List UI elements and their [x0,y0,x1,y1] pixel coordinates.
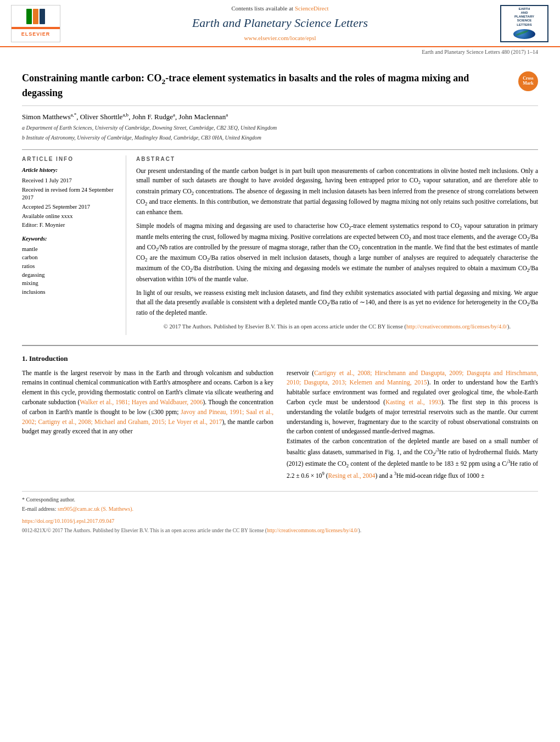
abstract-para-1: Our present understanding of the mantle … [136,166,538,217]
article-info-abstract: ARTICLE INFO Article history: Received 1… [22,149,538,335]
abstract-heading: ABSTRACT [136,155,538,163]
intro-right-col: reservoir (Cartigny et al., 2008; Hirsch… [287,369,538,481]
abstract-col: ABSTRACT Our present understanding of th… [126,155,538,335]
corresponding-author-note: * Corresponding author. [22,496,538,504]
footer-cc-link[interactable]: http://creativecommons.org/licenses/by/4… [267,528,359,533]
body-divider [22,345,538,346]
ref-cartigny[interactable]: Cartigny et al., 2008; Hirschmann and Da… [287,370,538,386]
intro-left-col: The mantle is the largest reservoir by m… [22,369,273,481]
keyword-carbon: carbon [22,254,116,262]
copyright-line: 0012-821X/© 2017 The Authors. Published … [22,527,538,534]
introduction-body: The mantle is the largest reservoir by m… [22,369,538,481]
earth-logo-box: EARTHANDPLANETARYSCIENCELETTERS [500,5,548,42]
received-date: Received 1 July 2017 [22,177,116,185]
volume-info: Earth and Planetary Science Letters 480 … [0,47,560,57]
authors: Simon Matthewsa,*, Oliver Shorttlea,b, J… [22,111,538,122]
article-info-heading: ARTICLE INFO [22,155,116,163]
intro-right-para-1: reservoir (Cartigny et al., 2008; Hirsch… [287,369,538,437]
keywords-label: Keywords: [22,235,116,243]
available-online: Available online xxxx [22,213,116,221]
elsevier-box: ELSEVIER [11,5,60,42]
keyword-inclusions: inclusions [22,288,116,297]
earth-globe-icon [513,29,535,39]
journal-url[interactable]: www.elsevier.com/locate/epsl [71,34,489,42]
editor: Editor: F. Moynier [22,221,116,230]
ref-kasting[interactable]: Kasting et al., 1993 [385,399,441,405]
intro-left-para: The mantle is the largest reservoir by m… [22,369,273,437]
accepted-date: Accepted 25 September 2017 [22,203,116,211]
abstract-para-2: Simple models of magma mixing and degass… [136,221,538,283]
keyword-mantle: mantle [22,246,116,254]
ref-resing[interactable]: Resing et al., 2004 [328,472,376,479]
journal-header-center: Contents lists available at ScienceDirec… [60,4,500,43]
affiliation-a: a Department of Earth Sciences, Universi… [22,124,538,132]
received-revised-date: Received in revised form 24 September 20… [22,186,116,202]
sciencedirect-link[interactable]: ScienceDirect [295,5,329,12]
section-1-title: 1. Introduction [22,354,538,364]
open-access-note: © 2017 The Authors. Published by Elsevie… [136,322,538,331]
introduction-section: 1. Introduction The mantle is the larges… [22,354,538,481]
crossmark-icon: CrossMark [518,71,538,91]
abstract-text: Our present understanding of the mantle … [136,166,538,331]
email-note: E-mail address: sm905@cam.ac.uk (S. Matt… [22,505,538,513]
article-title-section: Constraining mantle carbon: CO2-trace el… [22,71,538,106]
keyword-degassing: degassing [22,271,116,280]
abstract-para-3: In light of our results, we reassess exi… [136,288,538,318]
article-history-label: Article history: [22,166,116,175]
cc-license-link[interactable]: http://creativecommons.org/licenses/by/4… [406,323,507,330]
keyword-mixing: mixing [22,280,116,288]
earth-logo: EARTHANDPLANETARYSCIENCELETTERS [500,5,549,42]
crossmark-badge[interactable]: CrossMark [518,71,538,91]
sciencedirect-text: Contents lists available at ScienceDirec… [71,4,489,13]
ref-javoy[interactable]: Javoy and Pineau, 1991; Saal et al., 200… [22,409,273,425]
page-header: ELSEVIER Contents lists available at Sci… [0,0,560,47]
article-info-col: ARTICLE INFO Article history: Received 1… [22,155,126,335]
doi-link[interactable]: https://doi.org/10.1016/j.epsl.2017.09.0… [22,517,538,525]
article-title: Constraining mantle carbon: CO2-trace el… [22,71,511,100]
article-content: Constraining mantle carbon: CO2-trace el… [0,57,560,540]
ref-walker[interactable]: Walker et al., 1981; Hayes and Waldbauer… [80,399,203,405]
keyword-ratios: ratios [22,263,116,271]
affiliation-b: b Institute of Astronomy, University of … [22,134,538,142]
intro-right-para-2: Estimates of the carbon concentration of… [287,437,538,481]
email-link[interactable]: sm905@cam.ac.uk (S. Matthews). [58,506,133,512]
journal-title: Earth and Planetary Science Letters [71,15,489,32]
doi-copyright-section: https://doi.org/10.1016/j.epsl.2017.09.0… [22,517,538,534]
footer-area: * Corresponding author. E-mail address: … [22,491,538,513]
elsevier-logo: ELSEVIER [11,5,60,42]
